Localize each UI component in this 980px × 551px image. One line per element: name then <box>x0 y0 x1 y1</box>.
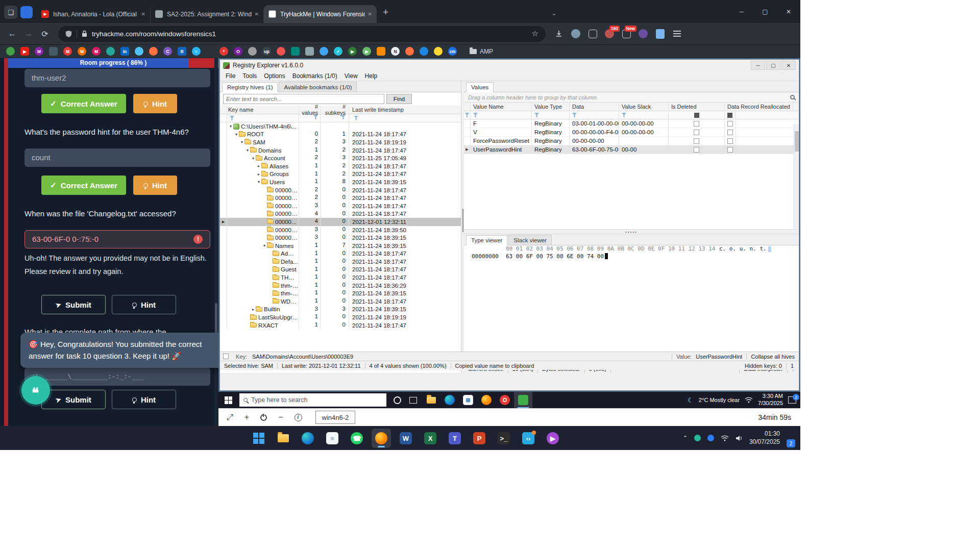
browser-tab[interactable]: TryHackMe | Windows Forensics...✕ <box>263 5 377 23</box>
answer-field-1[interactable]: thm-user2 <box>24 69 210 87</box>
collapse-all-hives-button[interactable]: Collapse all hives <box>751 354 795 360</box>
filter-cell[interactable] <box>532 111 570 119</box>
expander-icon[interactable]: ▾ <box>239 140 244 144</box>
tree-row[interactable]: ▶00000...402021-12-01 12:32:11 <box>220 218 461 226</box>
viewer-tab[interactable]: Type viewer <box>466 235 507 245</box>
reallocated-checkbox[interactable] <box>727 130 733 135</box>
notepad[interactable]: ≡ <box>323 429 342 448</box>
tree-row[interactable]: 000001F7302021-11-24 18:17:47 <box>220 202 461 210</box>
tab-close-icon[interactable]: ✕ <box>141 11 145 17</box>
submit-button[interactable]: ➤Submit <box>41 390 106 409</box>
browser-tab[interactable]: SA2-2025: Assignment 2: Windo...✕ <box>150 5 263 23</box>
menu-item[interactable]: Bookmarks (1/0) <box>289 72 341 80</box>
value-row[interactable]: ForcePasswordResetRegBinary00-00-00-00 <box>464 137 799 145</box>
tree-row[interactable]: 000001F5202021-11-24 18:17:47 <box>220 194 461 202</box>
filter-cell[interactable] <box>321 114 349 122</box>
tree-row[interactable]: ▾Users182021-11-24 18:39:15 <box>220 178 461 186</box>
column-header[interactable]: Data Record Reallocated <box>725 103 793 111</box>
bookmark-favicon[interactable]: up <box>262 47 271 56</box>
tree-row[interactable]: WDA...102021-11-24 18:17:47 <box>220 297 461 306</box>
menu-item[interactable]: Options <box>260 72 288 80</box>
pane-tab[interactable]: Available bookmarks (1/0) <box>279 82 357 92</box>
filter-cell[interactable] <box>471 111 532 119</box>
reallocated-checkbox[interactable] <box>727 147 733 153</box>
cortana-icon[interactable] <box>394 396 401 404</box>
bookmark-favicon[interactable] <box>377 47 385 56</box>
hint-button[interactable]: Hint <box>133 94 177 113</box>
back-icon[interactable]: ← <box>4 26 20 42</box>
bookmark-favicon[interactable]: * <box>219 47 228 56</box>
tab-close-icon[interactable]: ✕ <box>368 11 372 17</box>
minimize-icon[interactable]: ─ <box>751 61 765 70</box>
edge-browser[interactable] <box>440 392 459 408</box>
shield-icon[interactable] <box>65 30 72 38</box>
hint-outline-button[interactable]: Hint <box>112 295 176 314</box>
tree-row[interactable]: 000001F4202021-11-24 18:17:47 <box>220 186 461 194</box>
bookmark-favicon[interactable] <box>320 47 328 56</box>
bookmark-favicon[interactable] <box>277 47 285 56</box>
word[interactable]: W <box>396 429 415 448</box>
column-header[interactable]: Last write timestamp <box>349 107 461 113</box>
workspace-avatar[interactable] <box>20 6 33 18</box>
firefox-browser[interactable] <box>477 392 496 408</box>
filter-cell[interactable] <box>570 111 619 119</box>
is-deleted-checkbox[interactable] <box>694 147 699 153</box>
tree-row[interactable]: ▾ROOT012021-11-24 18:17:47 <box>220 131 461 139</box>
bookmark-favicon[interactable] <box>405 47 414 56</box>
tab-values[interactable]: Values <box>466 82 494 92</box>
tree-row[interactable]: RXACT102021-11-24 18:17:47 <box>220 321 461 330</box>
column-header[interactable]: Value Type <box>532 103 570 111</box>
filter-cell[interactable] <box>619 111 669 119</box>
refresh-icon[interactable]: ⟳ <box>37 26 53 42</box>
network-icon[interactable] <box>745 397 753 403</box>
expander-icon[interactable]: ▾ <box>234 132 239 137</box>
forward-icon[interactable]: → <box>20 26 37 42</box>
answer-field-error[interactable]: 63-00-6F-0 0-:75:-0 ! <box>24 230 210 248</box>
tree-row[interactable]: Admi...102021-11-24 18:17:47 <box>220 250 461 258</box>
menu-item[interactable]: View <box>341 72 361 80</box>
tree-row[interactable]: ▾Domains122021-11-24 18:17:47 <box>220 146 461 155</box>
is-deleted-checkbox[interactable] <box>694 130 699 135</box>
bookmark-favicon[interactable]: in <box>120 47 129 56</box>
bookmark-favicon[interactable] <box>135 47 143 56</box>
address-bar[interactable]: tryhackme.com/room/windowsforensics1 ☆ <box>58 26 546 42</box>
tree-row[interactable]: 000001F8402021-11-24 18:17:47 <box>220 210 461 218</box>
filter-cell[interactable] <box>725 111 736 119</box>
tree-row[interactable]: ▾Account232021-11-25 17:05:49 <box>220 154 461 162</box>
excel[interactable]: X <box>421 429 440 448</box>
menu-item[interactable]: File <box>222 72 239 80</box>
reallocated-checkbox[interactable] <box>727 138 733 144</box>
column-header[interactable]: Value Slack <box>619 103 669 111</box>
powerpoint[interactable]: P <box>470 429 489 448</box>
zoom-out-icon[interactable]: − <box>278 413 283 422</box>
bookmark-favicon[interactable]: ≡ <box>192 47 201 56</box>
host-clock[interactable]: 01:30 30/07/2025 <box>749 430 780 446</box>
bookmark-favicon[interactable]: ▶ <box>348 47 357 56</box>
filter-cell[interactable] <box>227 114 299 122</box>
whatsapp[interactable]: ☎ <box>347 429 366 448</box>
expander-icon[interactable]: ▾ <box>245 148 250 153</box>
column-header[interactable]: Key name <box>227 106 299 114</box>
adblock-icon[interactable]: 150 <box>603 28 616 40</box>
menu-icon[interactable] <box>671 28 683 40</box>
tab-search-icon[interactable]: ❏ <box>4 6 17 19</box>
bookmark-favicon[interactable]: M <box>92 47 101 56</box>
tree-row[interactable]: ▾Names172021-11-24 18:39:15 <box>220 242 461 250</box>
zoom-in-icon[interactable]: + <box>244 413 249 422</box>
power-icon[interactable] <box>260 414 267 421</box>
bookmark-favicon[interactable]: M <box>35 47 43 56</box>
bookmark-star-icon[interactable]: ☆ <box>532 29 538 38</box>
file-explorer[interactable] <box>274 429 293 448</box>
start-button[interactable] <box>249 429 268 448</box>
extension-new-icon[interactable]: New <box>620 28 632 40</box>
close-button[interactable]: ✕ <box>777 0 800 23</box>
vm-clock[interactable]: 3:30 AM 7/30/2025 <box>758 393 783 407</box>
expander-icon[interactable]: ▸ <box>251 307 256 312</box>
correct-answer-button[interactable]: ✓Correct Answer <box>41 176 126 195</box>
tray-chevron-icon[interactable]: ⌃ <box>683 435 688 441</box>
bookmark-favicon[interactable]: ✓ <box>334 47 342 56</box>
restore-icon[interactable]: ▢ <box>766 61 780 70</box>
registry-explorer[interactable] <box>514 392 532 408</box>
bookmark-favicon[interactable] <box>248 47 257 56</box>
tree-row[interactable]: ▸Aliases122021-11-24 18:17:47 <box>220 162 461 170</box>
